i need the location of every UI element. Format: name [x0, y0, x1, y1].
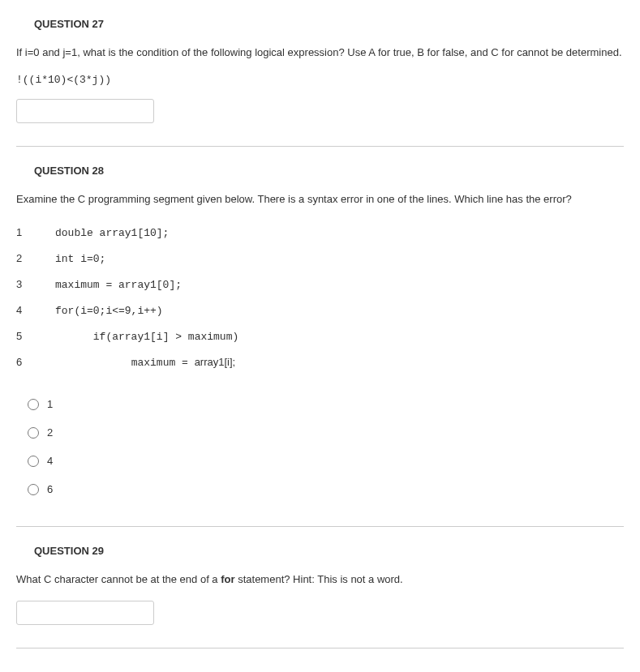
line-number: 1	[16, 226, 55, 238]
code-line-6: 6 maximum = array1[i];	[16, 349, 624, 375]
for-keyword: for	[221, 573, 234, 585]
question-28: QUESTION 28 Examine the C programming se…	[16, 165, 624, 528]
option-radio-2[interactable]	[28, 427, 39, 439]
question-28-header: QUESTION 28	[34, 165, 624, 177]
line-number: 3	[16, 278, 55, 290]
option-label: 1	[47, 398, 53, 410]
line-code: if(array1[i] > maximum)	[55, 331, 238, 343]
line-number: 6	[16, 356, 55, 368]
question-28-options: 1 2 4 6	[28, 390, 624, 503]
question-27-expression: !((i*10)<(3*j))	[16, 74, 624, 86]
line-code: int i=0;	[55, 253, 105, 265]
code-line-2: 2 int i=0;	[16, 246, 624, 272]
line-number: 2	[16, 252, 55, 264]
option-radio-6[interactable]	[28, 484, 39, 495]
option-row: 4	[28, 447, 624, 475]
line-number: 5	[16, 330, 55, 342]
line-code: maximum = array1[i];	[55, 356, 235, 369]
code-line-5: 5 if(array1[i] > maximum)	[16, 323, 624, 349]
question-28-prompt: Examine the C programming segment given …	[16, 191, 624, 208]
line-code: maximum = array1[0];	[55, 279, 182, 291]
option-label: 2	[47, 426, 53, 439]
option-label: 4	[47, 455, 53, 467]
question-27-header: QUESTION 27	[34, 18, 624, 30]
line-code: double array1[10];	[55, 227, 169, 239]
code-line-4: 4 for(i=0;i<=9,i++)	[16, 297, 624, 323]
option-radio-4[interactable]	[28, 456, 39, 467]
question-29-header: QUESTION 29	[34, 545, 624, 557]
question-27-prompt: If i=0 and j=1, what is the condition of…	[16, 45, 624, 61]
option-row: 2	[28, 418, 624, 447]
question-27: QUESTION 27 If i=0 and j=1, what is the …	[16, 18, 624, 147]
option-label: 6	[47, 483, 53, 495]
question-29-prompt: What C character cannot be at the end of…	[16, 571, 624, 588]
option-row: 1	[28, 390, 624, 418]
line-number: 4	[16, 304, 55, 316]
line-code: for(i=0;i<=9,i++)	[55, 305, 163, 317]
question-29-answer-input[interactable]	[16, 601, 154, 625]
option-row: 6	[28, 475, 624, 503]
question-28-code-block: 1 double array1[10]; 2 int i=0; 3 maximu…	[16, 220, 624, 375]
option-radio-1[interactable]	[28, 399, 39, 410]
code-line-1: 1 double array1[10];	[16, 220, 624, 246]
question-27-answer-input[interactable]	[16, 99, 154, 123]
code-line-3: 3 maximum = array1[0];	[16, 272, 624, 297]
question-29: QUESTION 29 What C character cannot be a…	[16, 545, 624, 648]
